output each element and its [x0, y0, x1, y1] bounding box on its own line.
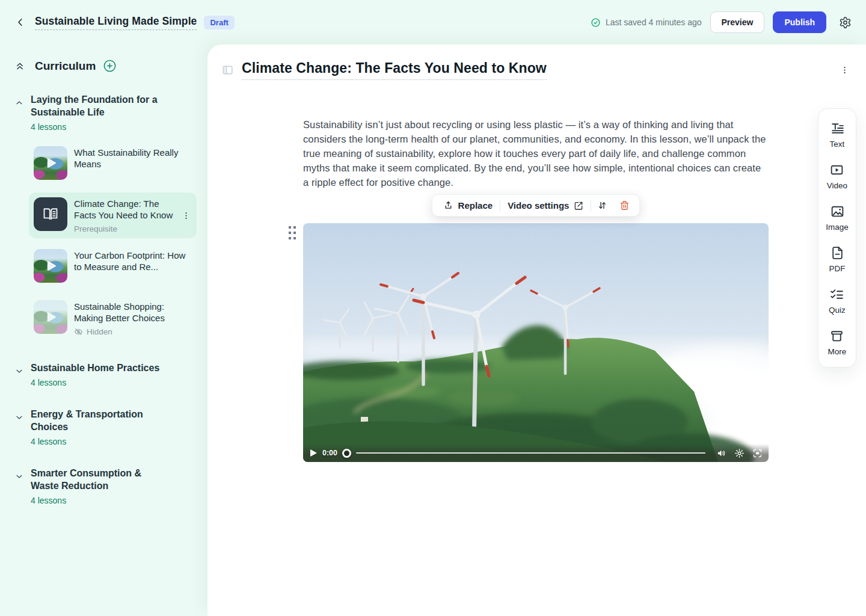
volume-icon [716, 448, 726, 458]
section-header[interactable]: Energy & Transportation Choices 4 lesson… [0, 408, 207, 446]
fullscreen-button[interactable] [752, 448, 763, 458]
seek-knob[interactable] [342, 449, 351, 458]
course-title[interactable]: Sustainable Living Made Simple [35, 15, 197, 30]
top-bar: Sustainable Living Made Simple Draft Las… [0, 0, 866, 45]
section-lesson-count: 4 lessons [31, 437, 197, 446]
upload-icon [443, 200, 453, 211]
lesson-editor-card: Climate Change: The Facts You Need to Kn… [207, 45, 866, 616]
move-block-button[interactable] [591, 195, 613, 216]
pdf-icon [830, 245, 845, 260]
replace-label: Replace [458, 200, 493, 211]
replace-video-button[interactable]: Replace [436, 195, 500, 216]
section-header[interactable]: Sustainable Home Practices 4 lessons [0, 362, 207, 387]
chevrons-up-icon [14, 61, 25, 72]
fullscreen-icon [752, 448, 763, 458]
publish-button[interactable]: Publish [773, 11, 826, 33]
curriculum-title: Curriculum [35, 60, 96, 73]
gear-icon [839, 16, 852, 29]
preview-button[interactable]: Preview [710, 11, 765, 33]
curriculum-section: Smarter Consumption & Waste Reduction 4 … [0, 467, 207, 505]
text-icon [830, 121, 845, 136]
lesson-paragraph[interactable]: Sustainability isn’t just about recyclin… [303, 117, 769, 189]
lesson-title: Your Carbon Footprint: How to Measure an… [74, 250, 192, 273]
status-badge: Draft [204, 16, 234, 29]
collapse-all-button[interactable] [14, 61, 25, 72]
player-gear-icon [734, 448, 745, 458]
image-icon [830, 204, 845, 219]
chevron-down-icon [14, 366, 24, 376]
tool-label: PDF [829, 264, 846, 273]
section-title: Energy & Transportation Choices [31, 408, 169, 433]
last-saved-text: Last saved 4 minutes ago [606, 17, 702, 27]
section-title: Sustainable Home Practices [31, 362, 169, 374]
tool-more[interactable]: More [828, 328, 847, 356]
quiz-checklist-icon [829, 287, 844, 302]
section-header[interactable]: Laying the Foundation for a Sustainable … [0, 93, 207, 132]
chevron-left-icon [15, 17, 26, 28]
tool-pdf[interactable]: PDF [829, 245, 846, 273]
tool-label: Video [827, 181, 847, 190]
play-icon [309, 449, 318, 457]
book-open-icon [42, 206, 59, 223]
lesson-options-menu[interactable] [838, 61, 852, 79]
lesson-video-thumbnail [34, 249, 67, 283]
tool-label: Quiz [829, 306, 846, 315]
section-title: Smarter Consumption & Waste Reduction [31, 467, 169, 492]
video-settings-label: Video settings [508, 200, 569, 211]
video-controls-bar: 0:00 [303, 444, 769, 462]
tool-quiz[interactable]: Quiz [829, 287, 846, 315]
section-lesson-count: 4 lessons [31, 122, 197, 132]
tool-video[interactable]: Video [827, 162, 847, 190]
chevron-down-icon [14, 413, 24, 422]
section-lesson-count: 4 lessons [31, 378, 197, 387]
section-header[interactable]: Smarter Consumption & Waste Reduction 4 … [0, 467, 207, 505]
back-button[interactable] [12, 14, 29, 31]
play-button[interactable] [309, 449, 318, 457]
lesson-page-title[interactable]: Climate Change: The Facts You Need to Kn… [242, 60, 547, 80]
lesson-item[interactable]: What Sustainability Really Means [29, 141, 197, 185]
panel-left-icon [222, 65, 233, 75]
chevron-up-icon [14, 98, 24, 108]
lesson-video-thumbnail [34, 146, 67, 180]
lesson-title: Sustainable Shopping: Making Better Choi… [74, 301, 192, 324]
lesson-kebab-menu[interactable] [180, 208, 192, 223]
lesson-title: Climate Change: The Facts You Need to Kn… [74, 199, 174, 221]
curriculum-sidebar: Curriculum Laying the Foundation for a S… [0, 45, 207, 616]
lesson-item[interactable]: Your Carbon Footprint: How to Measure an… [29, 244, 197, 288]
kebab-icon [182, 211, 191, 221]
lesson-meta-prerequisite: Prerequisite [74, 224, 174, 233]
video-icon [829, 162, 844, 177]
play-icon [43, 309, 58, 325]
lesson-reading-tile [34, 197, 67, 231]
lesson-meta-hidden: Hidden [87, 327, 112, 336]
lesson-title: What Sustainability Really Means [74, 147, 192, 170]
lesson-item-hidden[interactable]: Sustainable Shopping: Making Better Choi… [29, 295, 197, 341]
video-player[interactable]: 0:00 [303, 223, 769, 462]
drag-handle[interactable] [288, 225, 296, 241]
video-block: 0:00 [303, 223, 769, 462]
curriculum-section: Laying the Foundation for a Sustainable … [0, 93, 207, 341]
video-settings-button[interactable]: Video settings [500, 195, 591, 216]
curriculum-section: Energy & Transportation Choices 4 lesson… [0, 408, 207, 446]
chevron-down-icon [14, 472, 24, 481]
player-settings-button[interactable] [734, 448, 745, 458]
seek-track[interactable] [356, 452, 705, 454]
more-archive-icon [829, 328, 844, 343]
volume-button[interactable] [716, 448, 726, 458]
curriculum-header: Curriculum [0, 59, 207, 73]
curriculum-section: Sustainable Home Practices 4 lessons [0, 362, 207, 387]
lesson-item-selected[interactable]: Climate Change: The Facts You Need to Kn… [29, 192, 197, 238]
play-icon [43, 155, 58, 171]
video-block-toolbar: Replace Video settings [432, 194, 640, 217]
tool-image[interactable]: Image [826, 204, 849, 232]
video-thumbnail [303, 223, 769, 462]
section-title: Laying the Foundation for a Sustainable … [31, 93, 169, 119]
delete-block-button[interactable] [613, 195, 636, 216]
tool-label: Image [826, 223, 849, 232]
play-icon [43, 258, 58, 274]
tool-text[interactable]: Text [830, 121, 845, 149]
add-section-button[interactable] [103, 59, 117, 73]
lesson-video-thumbnail [34, 300, 67, 334]
settings-gear-button[interactable] [836, 13, 854, 31]
sidebar-toggle-button[interactable] [222, 65, 233, 75]
